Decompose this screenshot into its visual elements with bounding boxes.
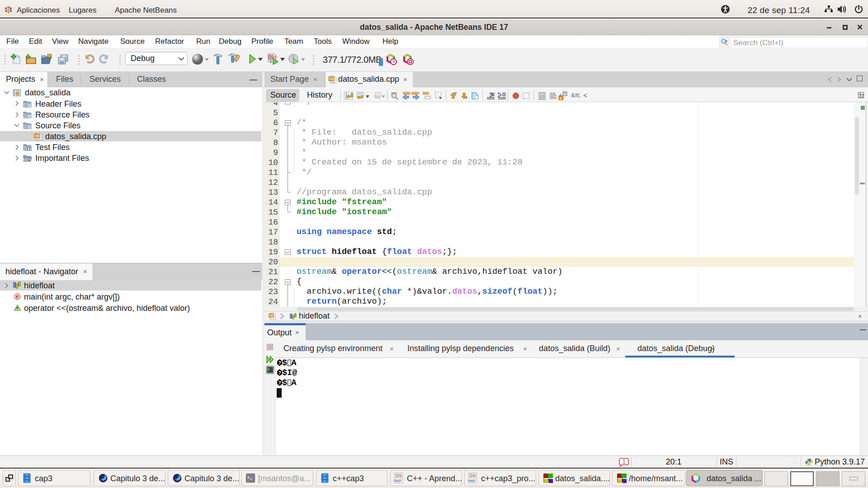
svg-text:T: T — [28, 147, 31, 151]
svg-text:n: n — [564, 92, 566, 96]
svg-text:F: F — [16, 295, 19, 299]
svg-text:1: 1 — [623, 459, 626, 465]
svg-text:c: c — [560, 96, 562, 100]
svg-text:CC: CC — [35, 134, 40, 138]
svg-text:CC: CC — [269, 314, 274, 317]
svg-text:CC: CC — [329, 77, 334, 81]
svg-text:3: 3 — [269, 59, 272, 63]
